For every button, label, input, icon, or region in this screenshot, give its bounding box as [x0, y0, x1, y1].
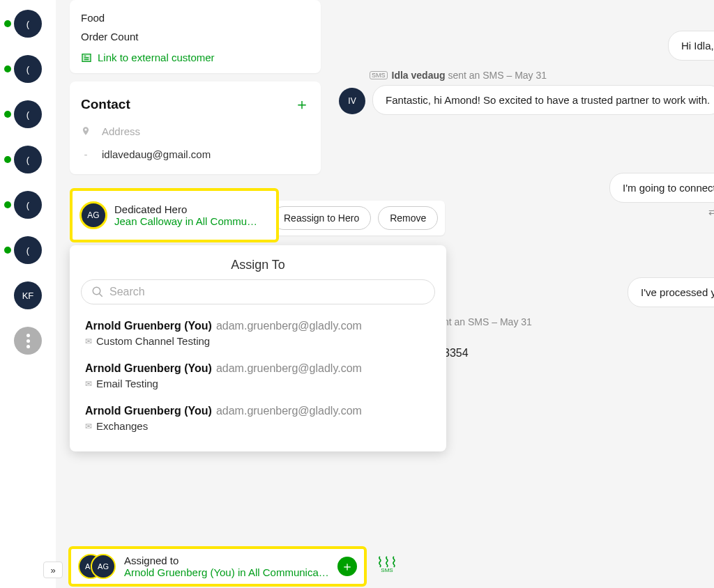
collapse-button[interactable]: » — [43, 562, 63, 578]
reassign-to-hero-button[interactable]: Reassign to Hero — [272, 206, 371, 230]
dash-icon: - — [81, 148, 91, 160]
sms-channel-icon[interactable]: ⌇⌇⌇ SMS — [377, 557, 397, 573]
outgoing-message[interactable]: I'm going to connect y — [609, 173, 714, 203]
dedicated-hero-avatar: AG — [79, 201, 107, 229]
assigned-to-subtitle: Arnold Gruenberg (You) in All Communica… — [124, 566, 331, 578]
transfer-icon: ⇄ — [708, 206, 714, 217]
rail-avatar[interactable]: ( — [7, 184, 49, 226]
assigned-to-title: Assigned to — [124, 555, 331, 566]
signal-icon: ⌇⌇⌇ — [377, 557, 397, 567]
assign-option-name: Arnold Gruenberg (You) — [85, 405, 212, 417]
assign-to-title: Assign To — [81, 255, 435, 279]
contact-address-placeholder: Address — [102, 125, 140, 137]
assign-option[interactable]: Arnold Gruenberg (You)adam.gruenberg@gla… — [81, 357, 435, 399]
assign-option[interactable]: Arnold Gruenberg (You)adam.gruenberg@gla… — [81, 314, 435, 357]
inbox-icon: ✉ — [85, 421, 92, 431]
dedicated-hero-title: Dedicated Hero — [114, 203, 257, 215]
assign-option-inbox: Custom Channel Testing — [96, 335, 210, 347]
status-dot-icon — [4, 20, 11, 27]
assign-option-inbox: Email Testing — [96, 378, 158, 389]
assign-search-wrap[interactable] — [81, 279, 435, 304]
contact-card-icon — [81, 52, 92, 63]
assign-option-name: Arnold Gruenberg (You) — [85, 320, 212, 332]
assign-option-name: Arnold Gruenberg (You) — [85, 362, 212, 374]
rail-avatar[interactable]: ( — [7, 139, 49, 180]
inbox-icon: ✉ — [85, 336, 92, 346]
status-dot-icon — [4, 156, 11, 163]
hero-action-bar: Reassign to Hero Remove — [265, 201, 445, 235]
info-row-order-count: Order Count — [81, 27, 310, 46]
assign-option-email: adam.gruenberg@gladly.com — [216, 405, 362, 417]
rail-avatar[interactable]: ( — [7, 93, 49, 135]
inbox-icon: ✉ — [85, 379, 92, 389]
info-row-food: Food — [81, 8, 310, 27]
rail-avatar[interactable]: KF — [7, 274, 49, 316]
conversation-event-label: SMS Idla vedaug sent an SMS – May 31 — [370, 70, 547, 81]
customer-info-card: Food Order Count Link to external custom… — [70, 0, 321, 73]
assigned-avatars: AG AG — [78, 552, 117, 580]
status-dot-icon — [4, 65, 11, 72]
dedicated-hero-subtitle: Jean Calloway in All Commu… — [114, 215, 257, 227]
contact-heading: Contact — [81, 97, 130, 112]
trailing-text: 3354 — [443, 347, 469, 359]
link-external-customer[interactable]: Link to external customer — [81, 46, 310, 65]
contact-address-row[interactable]: Address — [81, 119, 310, 143]
remove-button[interactable]: Remove — [378, 206, 438, 230]
assign-option[interactable]: Arnold Gruenberg (You)adam.gruenberg@gla… — [81, 399, 435, 442]
avatar-rail: ( ( ( ( ( ( KF — [0, 0, 56, 588]
dedicated-hero-chip[interactable]: AG Dedicated Hero Jean Calloway in All C… — [70, 188, 279, 242]
rail-avatar[interactable]: ( — [7, 229, 49, 271]
assign-add-button[interactable]: ＋ — [337, 557, 357, 576]
outgoing-message[interactable]: I've processed y — [628, 277, 714, 307]
add-contact-button[interactable]: ＋ — [294, 94, 310, 115]
rail-more-button[interactable] — [7, 320, 49, 362]
assigned-to-chip[interactable]: AG AG Assigned to Arnold Gruenberg (You)… — [68, 546, 367, 587]
sms-badge-icon: SMS — [370, 71, 388, 79]
assign-option-email: adam.gruenberg@gladly.com — [216, 362, 362, 374]
assign-option-inbox: Exchanges — [96, 420, 148, 432]
contact-card: Contact ＋ Address - idlavedaug@gmail.com — [70, 82, 321, 174]
pin-icon — [81, 125, 91, 137]
status-dot-icon — [4, 111, 11, 118]
rail-avatar[interactable]: ( — [7, 3, 49, 45]
status-dot-icon — [4, 247, 11, 254]
svg-line-1 — [99, 293, 102, 297]
contact-email-row[interactable]: - idlavedaug@gmail.com — [81, 143, 310, 166]
assign-option-email: adam.gruenberg@gladly.com — [216, 320, 362, 332]
assign-search-input[interactable] — [109, 286, 425, 298]
search-icon — [91, 286, 104, 298]
contact-email-value: idlavedaug@gmail.com — [102, 148, 211, 160]
svg-point-0 — [93, 287, 100, 295]
incoming-message[interactable]: Fantastic, hi Amond! So excited to have … — [372, 85, 714, 115]
more-icon — [14, 327, 42, 355]
conversation-event-label: nt an SMS – May 31 — [443, 316, 532, 327]
assign-to-panel: Assign To Arnold Gruenberg (You)adam.gru… — [70, 245, 446, 451]
link-external-customer-label: Link to external customer — [98, 52, 215, 63]
status-dot-icon — [4, 201, 11, 208]
outgoing-message[interactable]: Hi Idla, N — [668, 31, 714, 61]
sender-avatar[interactable]: IV — [339, 88, 365, 114]
rail-avatar[interactable]: ( — [7, 48, 49, 90]
